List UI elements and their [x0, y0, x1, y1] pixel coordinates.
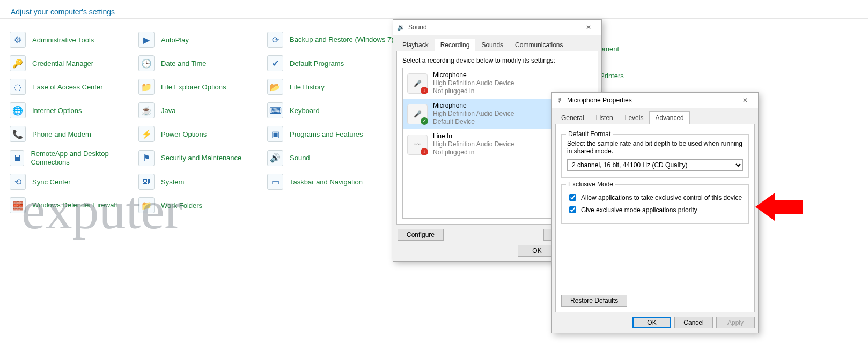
- device-name: Microphone: [433, 71, 514, 79]
- cp-label: Credential Manager: [32, 59, 93, 68]
- firewall-icon: 🧱: [10, 197, 26, 213]
- cp-item-power-options[interactable]: ⚡Power Options: [138, 126, 267, 142]
- cp-item-autoplay[interactable]: ▶AutoPlay: [138, 32, 267, 48]
- cp-label: Default Programs: [290, 59, 344, 68]
- cp-label: ement: [600, 45, 619, 53]
- tab-communications[interactable]: Communications: [509, 39, 569, 51]
- apply-button[interactable]: Apply: [716, 317, 755, 328]
- tab-general[interactable]: General: [555, 111, 590, 124]
- tab-advanced[interactable]: Advanced: [649, 111, 689, 124]
- cp-item-keyboard[interactable]: ⌨Keyboard: [267, 102, 396, 118]
- cp-label: Phone and Modem: [32, 130, 91, 138]
- exclusive-priority-checkbox-row[interactable]: Give exclusive mode applications priorit…: [567, 205, 743, 215]
- cp-item-security-maintenance[interactable]: ⚑Security and Maintenance: [138, 150, 267, 166]
- device-status: Not plugged in: [433, 87, 514, 95]
- device-text: Microphone High Definition Audio Device …: [433, 102, 514, 126]
- ease-icon: ◌: [10, 79, 26, 95]
- exclusive-control-checkbox-row[interactable]: Allow applications to take exclusive con…: [567, 192, 743, 203]
- cp-item-internet-options[interactable]: 🌐Internet Options: [10, 102, 138, 118]
- tab-sounds[interactable]: Sounds: [475, 39, 509, 51]
- micprops-tabs: General Listen Levels Advanced: [555, 111, 755, 124]
- remote-icon: 🖥: [10, 150, 24, 166]
- configure-button[interactable]: Configure: [398, 229, 444, 241]
- cp-item-default-programs[interactable]: ✔Default Programs: [267, 55, 396, 71]
- microphone-properties-dialog: 🎙 Microphone Properties ✕ General Listen…: [551, 92, 759, 333]
- backup-icon: ⟳: [267, 32, 283, 48]
- cp-label: Administrative Tools: [32, 36, 94, 44]
- cp-item-partial-management[interactable]: ement: [600, 45, 619, 53]
- default-format-group: Default Format Select the sample rate an…: [561, 134, 749, 178]
- arrow-shaft: [775, 200, 803, 214]
- status-badge-icon: ✓: [421, 117, 428, 125]
- page-title: Adjust your computer's settings: [0, 0, 868, 18]
- cp-item-backup-restore[interactable]: ⟳Backup and Restore (Windows 7): [267, 32, 396, 48]
- cp-label: Java: [161, 107, 175, 115]
- cp-item-partial-printers[interactable]: Printers: [600, 72, 624, 80]
- tab-levels[interactable]: Levels: [619, 111, 650, 124]
- exclusive-priority-label: Give exclusive mode applications priorit…: [581, 206, 697, 214]
- device-text: Line In High Definition Audio Device Not…: [433, 132, 514, 156]
- status-badge-icon: ↓: [421, 148, 428, 155]
- restore-defaults-button[interactable]: Restore Defaults: [561, 295, 627, 307]
- exclusive-control-label: Allow applications to take exclusive con…: [581, 194, 742, 201]
- explorer-icon: 📁: [138, 79, 155, 95]
- cp-item-file-explorer-options[interactable]: 📁File Explorer Options: [138, 79, 267, 95]
- cp-item-file-history[interactable]: 📂File History: [267, 79, 396, 95]
- device-name: Microphone: [433, 102, 514, 110]
- folder-icon: 📁: [138, 197, 155, 213]
- cp-label: Programs and Features: [290, 130, 363, 138]
- micprops-titlebar[interactable]: 🎙 Microphone Properties ✕: [552, 93, 758, 108]
- arrow-head-icon: [755, 193, 775, 221]
- cp-label: File History: [290, 83, 325, 91]
- cp-label: Sound: [290, 154, 310, 162]
- cp-label: Keyboard: [290, 107, 320, 115]
- tab-playback[interactable]: Playback: [396, 39, 435, 51]
- exclusive-mode-legend: Exclusive Mode: [566, 181, 615, 188]
- sound-title: Sound: [408, 24, 579, 31]
- micprops-title: Microphone Properties: [567, 96, 735, 104]
- cp-item-ease-of-access[interactable]: ◌Ease of Access Center: [10, 79, 138, 95]
- phone-icon: 📞: [10, 126, 26, 142]
- sound-titlebar[interactable]: 🔉 Sound ✕: [393, 20, 601, 35]
- device-desc: High Definition Audio Device: [433, 79, 514, 87]
- cp-item-remoteapp[interactable]: 🖥RemoteApp and Desktop Connections: [10, 150, 138, 166]
- cp-item-sync-center[interactable]: ⟲Sync Center: [10, 174, 138, 190]
- sound-tabs: Playback Recording Sounds Communications: [396, 38, 598, 51]
- tab-recording[interactable]: Recording: [435, 39, 476, 51]
- cp-label: Power Options: [161, 130, 207, 138]
- ok-button[interactable]: OK: [518, 245, 556, 257]
- tab-listen[interactable]: Listen: [590, 111, 619, 124]
- cp-item-date-time[interactable]: 🕒Date and Time: [138, 55, 267, 71]
- close-icon[interactable]: ✕: [579, 21, 598, 33]
- cp-item-taskbar-navigation[interactable]: ▭Taskbar and Navigation: [267, 174, 396, 190]
- close-icon[interactable]: ✕: [735, 94, 755, 106]
- date-icon: 🕒: [138, 55, 155, 71]
- cp-item-phone-modem[interactable]: 📞Phone and Modem: [10, 126, 138, 142]
- cp-item-credential-manager[interactable]: 🔑Credential Manager: [10, 55, 138, 71]
- cp-label: Windows Defender Firewall: [32, 201, 117, 210]
- cp-item-sound[interactable]: 🔊Sound: [267, 150, 396, 166]
- keyboard-icon: ⌨: [267, 102, 283, 118]
- defaults-icon: ✔: [267, 55, 283, 71]
- speaker-icon: 🔉: [396, 23, 405, 32]
- microphone-icon: 🎤✓: [407, 104, 428, 124]
- cp-label: Taskbar and Navigation: [290, 178, 363, 186]
- ok-button[interactable]: OK: [632, 317, 671, 328]
- taskbar-icon: ▭: [267, 174, 283, 190]
- cp-item-administrative-tools[interactable]: ⚙Administrative Tools: [10, 32, 138, 48]
- sample-format-select[interactable]: 2 channel, 16 bit, 44100 Hz (CD Quality): [567, 159, 743, 171]
- exclusive-control-checkbox[interactable]: [569, 194, 576, 201]
- sync-icon: ⟲: [10, 174, 26, 190]
- microphone-icon: 🎤↓: [407, 73, 428, 94]
- cp-item-java[interactable]: ☕Java: [138, 102, 267, 118]
- cp-label: Printers: [600, 72, 624, 80]
- cancel-button[interactable]: Cancel: [674, 317, 713, 328]
- history-icon: 📂: [267, 79, 283, 95]
- cp-item-programs-features[interactable]: ▣Programs and Features: [267, 126, 396, 142]
- exclusive-priority-checkbox[interactable]: [569, 206, 576, 213]
- autoplay-icon: ▶: [138, 32, 155, 48]
- cp-item-work-folders[interactable]: 📁Work Folders: [138, 197, 267, 213]
- device-status: Not plugged in: [433, 148, 514, 156]
- cp-item-system[interactable]: 🖳System: [138, 174, 267, 190]
- cp-item-windows-defender-firewall[interactable]: 🧱Windows Defender Firewall: [10, 197, 138, 213]
